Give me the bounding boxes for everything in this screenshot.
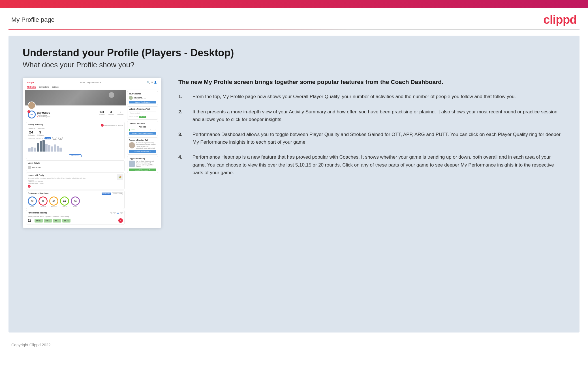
mockup-trackman-row: Trackman Link Add Link <box>129 116 156 118</box>
mockup-nav: clippd Home My Performance 🔍 ⚙ 👤 <box>25 80 159 85</box>
bar-11 <box>57 146 59 152</box>
mockup-disconnect-btn[interactable]: Disconnect <box>149 129 156 131</box>
mockup-community-img <box>129 161 135 167</box>
mockup-lesson-meta: Lesson 01 h : 30 mins <box>28 180 123 182</box>
mockup-activities-lbl: Activities <box>99 114 105 115</box>
lbl-arg: Around the Green <box>52 216 64 217</box>
user-icon: 👤 <box>154 81 157 84</box>
feature-item-1: From the top, My Profile page now shows … <box>178 93 565 100</box>
mockup-offcourse-val: 3 <box>37 130 44 134</box>
mockup-lesson-title: Lesson with Fordy <box>28 174 86 176</box>
mockup-left-panel: 1 92 Blair McHarg Plus Handicap 📍 United… <box>25 90 126 226</box>
mockup-community-btn[interactable]: Launch Community ↗ <box>129 169 156 171</box>
page-title: Understand your Profile (Players - Deskt… <box>23 47 565 59</box>
mockup-trackman-hint: Trackman Link <box>129 116 138 118</box>
mockup-body: 1 92 Blair McHarg Plus Handicap 📍 United… <box>25 90 159 226</box>
mockup-lesson-videos: Videos and Notes <box>28 183 38 184</box>
mockup-perf-title: Performance Dashboard <box>28 192 49 194</box>
mockup-coach-item: Dan Davies Barrnaghie Golf Club <box>129 96 156 100</box>
mockup-latest-activity: Latest Activity Rob McHarg <box>26 160 125 171</box>
mockup-badge-1: 1 <box>27 110 30 113</box>
heat-putt: 96 ↑↓ <box>62 219 70 223</box>
feature-text-1: From the top, My Profile page now shows … <box>193 93 516 100</box>
mockup-ott-circle: 90 Off the Tee <box>39 197 48 207</box>
mockup-heatmap-controls: 5 10 15 20 <box>110 212 123 214</box>
mockup-drill-title: Record a Practice Drill <box>129 139 156 141</box>
mockup-container: clippd Home My Performance 🔍 ⚙ 👤 My Prof… <box>23 78 161 228</box>
mockup-offcourse-type: Off Course <box>37 134 44 136</box>
mockup-drill-desc: Be one of the Clippd Community and impro… <box>136 142 156 149</box>
main-content: Understand your Profile (Players - Deskt… <box>8 36 580 333</box>
mockup-data-integrations-btn[interactable]: Manage Your Data Integrations <box>129 132 156 135</box>
mockup-add-link-btn[interactable]: Add Link <box>139 116 146 118</box>
subnav-settings: Settings <box>52 86 59 89</box>
heat-arg: 96 ↑↓ <box>53 219 61 223</box>
mockup-right-panel: Your Coaches Dan Davies Barrnaghie Golf … <box>126 90 159 226</box>
mockup-badge-2: 2 <box>101 124 104 127</box>
page-subtitle: What does your Profile show you? <box>23 61 565 69</box>
mockup-app-circle: 85 Approach <box>49 197 58 207</box>
mockup-drill: Record a Practice Drill Be one of the Cl… <box>127 137 158 155</box>
mockup-arccos-row: Arccos Disconnect <box>129 129 156 131</box>
mockup-drill-avatar <box>129 142 135 148</box>
mockup-subnav: My Profile Connections Settings <box>25 85 159 90</box>
bar-10 <box>54 144 56 152</box>
mockup-player-location: 📍 United Kingdom <box>37 116 50 118</box>
mockup-perf-circles: 92 Overall 90 Off the Tee 85 Approach <box>28 197 123 207</box>
mockup-nav-links: Home My Performance <box>80 81 101 83</box>
heat-overall: 92 <box>28 219 33 222</box>
mockup-coach-avatar <box>129 96 133 100</box>
mockup-video-count: 1 image <box>39 183 43 184</box>
mockup-chart-controls: On course Off course 6 Mths 1 yr All <box>28 137 123 140</box>
bar-4 <box>37 143 39 152</box>
heat-app: 85 ↑↓ <box>44 219 52 223</box>
mockup-arg-circle: 86 Around <box>60 197 69 207</box>
mockup-activity-avatar <box>28 166 31 169</box>
subnav-profile: My Profile <box>27 86 36 89</box>
heatmap-20: 20 <box>120 212 123 214</box>
mockup-all-activities-btn: All Activities <box>69 154 81 157</box>
mockup-oncourse-val: 24 <box>28 130 35 134</box>
pill-1yr: 1 yr <box>52 137 57 140</box>
player-quality-pill: Player Quality <box>102 193 111 195</box>
top-bar <box>0 0 588 8</box>
mockup-activity-period: Monthly Activity - 6 Months <box>104 124 123 126</box>
subnav-connections: Connections <box>39 86 49 89</box>
mockup-overall-circle: 92 Overall <box>28 197 37 207</box>
mockup-community-title: Clippd Community <box>129 157 156 159</box>
mockup-manage-coaches-btn[interactable]: Manage Your Coaches <box>129 101 156 103</box>
mockup-activity-section: Activity Summary 2 Monthly Activity - 6 … <box>26 122 125 159</box>
mockup-latest-title: Latest Activity <box>28 162 123 164</box>
circle-lbl-overall: Overall <box>28 206 37 207</box>
features-list: From the top, My Profile page now shows … <box>178 93 565 176</box>
bar-3 <box>34 148 36 152</box>
mockup-following-lbl: Following <box>117 114 123 115</box>
heatmap-5: 5 <box>110 212 112 214</box>
mockup-badge-3: 3 <box>28 185 31 188</box>
mockup-community-content: Visit the Clippd Community and discover … <box>129 161 156 168</box>
mockup-oncourse-type: On Course <box>28 134 35 136</box>
mockup-capture-app-btn[interactable]: Launch Capture App ↗ <box>129 150 156 153</box>
mockup-activity-item: Rob McHarg <box>28 165 123 170</box>
bar-7 <box>45 144 48 152</box>
mockup-lesson-desc: Nothing to feel like my repairs are work… <box>28 177 86 179</box>
mockup-badge-4: 4 <box>118 218 123 223</box>
feature-item-4: Performance Heatmap is a new feature tha… <box>178 153 565 176</box>
mockup-trackman-input: Trackman Link <box>129 111 156 115</box>
right-col: The new My Profile screen brings togethe… <box>178 78 565 184</box>
logo: clippd <box>543 13 577 27</box>
header: My Profile page clippd <box>0 8 588 29</box>
search-icon: 🔍 <box>147 81 150 84</box>
mockup-lesson-icon: ⛳ <box>117 174 123 180</box>
feature-text-4: Performance Heatmap is a new feature tha… <box>193 153 565 176</box>
highlight-text: The new My Profile screen brings togethe… <box>178 78 565 86</box>
pill-all: All <box>58 137 63 140</box>
mockup-drill-content: Be one of the Clippd Community and impro… <box>129 142 156 149</box>
mockup-connect: Connect your data Arccos Arccos Disconne… <box>127 121 158 136</box>
circle-lbl-putt: Putting <box>71 206 80 207</box>
mockup-heatmap-labels: Player Quality Off the Tee Approach Arou… <box>28 216 123 217</box>
mockup-lesson-section: Lesson with Fordy Nothing to feel like m… <box>26 172 125 189</box>
svg-text:⛳: ⛳ <box>119 176 121 178</box>
header-divider <box>8 29 580 30</box>
feature-item-2: It then presents a more in-depth view of… <box>178 108 565 123</box>
